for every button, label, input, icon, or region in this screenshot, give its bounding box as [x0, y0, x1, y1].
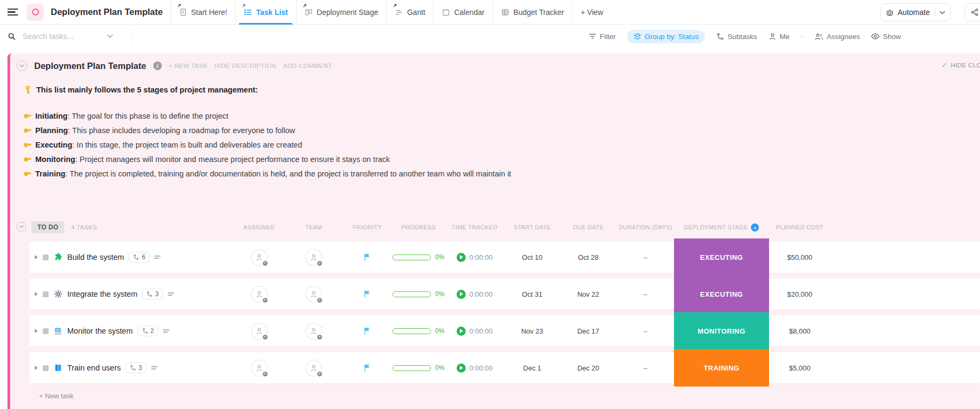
column-time-tracked[interactable]: TIME TRACKED [452, 224, 497, 230]
description-icon[interactable] [154, 254, 161, 260]
assignee-cell[interactable]: + [251, 286, 268, 303]
priority-cell[interactable] [364, 253, 371, 261]
progress-cell[interactable]: 0% [393, 290, 444, 298]
hide-description-action[interactable]: HIDE DESCRIPTION [215, 63, 277, 69]
column-deployment-stage[interactable]: DEPLOYMENT STAGE ▲ [684, 223, 759, 231]
team-cell[interactable]: + [305, 323, 322, 339]
subtask-badge[interactable]: 3 [126, 362, 146, 373]
deployment-stage-badge[interactable]: MONITORING [674, 312, 769, 350]
subtask-badge[interactable]: 2 [138, 326, 159, 336]
hide-closed-action[interactable]: ✓ HIDE CLOSED [942, 61, 980, 69]
team-cell[interactable]: + [305, 249, 322, 266]
column-planned-cost[interactable]: PLANNED COST [776, 224, 824, 230]
assignee-cell[interactable]: + [251, 323, 268, 339]
tab-deployment-stage[interactable]: Deployment Stage [296, 0, 386, 24]
play-timer-icon[interactable] [457, 364, 466, 373]
add-view-button[interactable]: + View [572, 0, 611, 24]
task-status-checkbox[interactable] [43, 291, 49, 297]
chevron-down-icon[interactable] [107, 34, 113, 38]
expand-row-icon[interactable] [35, 366, 38, 370]
time-tracked-cell[interactable]: 0:00:00 [457, 290, 492, 299]
new-task-action[interactable]: + NEW TASK [169, 63, 208, 69]
tab-gantt[interactable]: Gantt [386, 0, 433, 24]
expand-row-icon[interactable] [35, 255, 38, 259]
new-task-button[interactable]: + New task [39, 392, 980, 400]
description-icon[interactable] [168, 291, 174, 297]
assignee-cell[interactable]: + [251, 249, 268, 266]
tab-task-list[interactable]: Task List [235, 0, 296, 24]
description-icon[interactable] [151, 365, 158, 371]
expand-row-icon[interactable] [35, 329, 38, 333]
assignee-cell[interactable]: + [251, 360, 268, 376]
share-button[interactable] [965, 3, 980, 21]
group-by-button[interactable]: Group by: Status [627, 30, 705, 43]
task-status-checkbox[interactable] [43, 365, 49, 371]
collapse-list-icon[interactable] [17, 60, 27, 71]
assignees-button[interactable]: Assignees [814, 33, 860, 41]
progress-cell[interactable]: 0% [393, 364, 444, 372]
search-input[interactable] [21, 32, 101, 41]
priority-cell[interactable] [364, 364, 371, 372]
expand-row-icon[interactable] [35, 292, 38, 296]
priority-cell[interactable] [364, 327, 371, 335]
due-date-cell[interactable]: Nov 22 [577, 290, 599, 298]
column-progress[interactable]: PROGRESS [401, 224, 436, 230]
planned-cost-cell[interactable]: $50,000 [787, 253, 812, 261]
chevron-down-icon[interactable] [939, 11, 945, 14]
due-date-cell[interactable]: Dec 20 [577, 364, 599, 372]
hamburger-menu-icon[interactable] [7, 9, 18, 16]
tab-budget-tracker[interactable]: Budget Tracker [492, 0, 572, 24]
due-date-cell[interactable]: Dec 17 [577, 327, 599, 335]
description-icon[interactable] [163, 328, 169, 334]
show-button[interactable]: Show [871, 33, 901, 41]
task-name[interactable]: Train end users [67, 364, 121, 372]
task-name[interactable]: Integrate the system [67, 290, 137, 298]
column-assignee[interactable]: ASSIGNEE [244, 224, 275, 230]
deployment-stage-badge[interactable]: EXECUTING [674, 275, 769, 313]
info-icon[interactable]: i [153, 61, 162, 70]
tab-calendar[interactable]: Calendar [433, 0, 492, 24]
due-date-cell[interactable]: Oct 28 [578, 253, 598, 261]
task-name[interactable]: Monitor the system [67, 327, 133, 335]
start-date-cell[interactable]: Oct 10 [522, 253, 542, 261]
task-status-checkbox[interactable] [43, 254, 49, 260]
planned-cost-cell[interactable]: $5,000 [789, 364, 811, 372]
column-start-date[interactable]: START DATE [514, 224, 551, 230]
task-name[interactable]: Build the system [67, 253, 124, 261]
planned-cost-cell[interactable]: $20,000 [787, 290, 812, 298]
add-comment-action[interactable]: ADD COMMENT [283, 63, 332, 69]
subtasks-button[interactable]: Subtasks [716, 33, 757, 41]
team-cell[interactable]: + [305, 360, 322, 376]
column-priority[interactable]: PRIORITY [352, 224, 381, 230]
collapse-group-icon[interactable] [17, 222, 26, 231]
column-team[interactable]: TEAM [305, 224, 323, 230]
play-timer-icon[interactable] [457, 327, 466, 336]
subtask-badge[interactable]: 6 [129, 252, 150, 263]
progress-cell[interactable]: 0% [393, 327, 444, 335]
column-due-date[interactable]: DUE DATE [573, 224, 603, 230]
tab-start-here[interactable]: Start Here! [170, 0, 236, 24]
play-timer-icon[interactable] [457, 253, 466, 262]
play-timer-icon[interactable] [457, 290, 466, 299]
sort-ascending-icon[interactable]: ▲ [751, 223, 759, 231]
task-status-checkbox[interactable] [43, 328, 49, 334]
column-duration[interactable]: DURATION (DAYS) [618, 224, 672, 230]
planned-cost-cell[interactable]: $8,000 [789, 327, 811, 335]
start-date-cell[interactable]: Nov 23 [521, 327, 543, 335]
automate-button[interactable]: Automate [880, 3, 951, 21]
deployment-stage-badge[interactable]: EXECUTING [674, 238, 769, 276]
progress-cell[interactable]: 0% [393, 253, 444, 261]
priority-cell[interactable] [364, 290, 371, 298]
list-logo[interactable] [27, 4, 44, 21]
start-date-cell[interactable]: Dec 1 [523, 364, 542, 372]
team-cell[interactable]: + [305, 286, 322, 303]
start-date-cell[interactable]: Oct 31 [522, 290, 542, 298]
filter-button[interactable]: Filter [589, 33, 616, 41]
time-tracked-cell[interactable]: 0:00:00 [457, 253, 492, 262]
subtask-badge[interactable]: 3 [142, 289, 163, 299]
me-button[interactable]: Me [769, 33, 790, 41]
deployment-stage-badge[interactable]: TRAINING [674, 349, 769, 387]
time-tracked-cell[interactable]: 0:00:00 [457, 364, 492, 373]
time-tracked-cell[interactable]: 0:00:00 [457, 327, 492, 336]
status-badge[interactable]: TO DO [32, 221, 64, 233]
